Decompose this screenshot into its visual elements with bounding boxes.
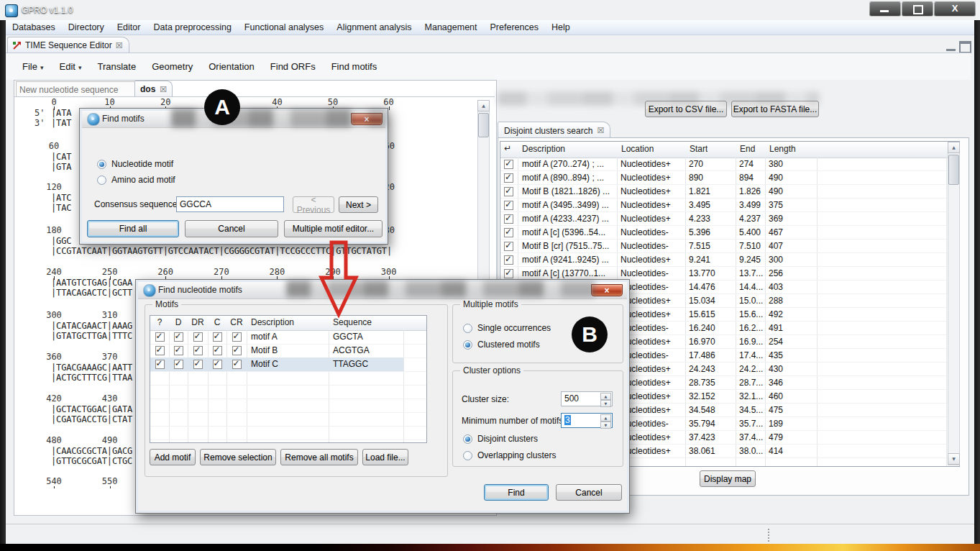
tool-item-find-motifs[interactable]: Find motifs bbox=[325, 59, 384, 74]
result-checkbox[interactable] bbox=[504, 187, 513, 196]
motif-checkbox[interactable] bbox=[213, 360, 222, 369]
results-scrollbar[interactable] bbox=[948, 142, 960, 465]
result-checkbox[interactable] bbox=[504, 160, 513, 169]
result-checkbox[interactable] bbox=[504, 214, 513, 224]
editor-scroll-thumb[interactable] bbox=[478, 113, 489, 137]
cluster-size-spinner[interactable]: 500 ▲▼ bbox=[561, 391, 613, 406]
motif-checkbox[interactable] bbox=[232, 360, 242, 369]
results-table-row[interactable]: Motif B [cr] (7515..75...Nucleotides-7.5… bbox=[500, 240, 959, 253]
sequence-name-input[interactable] bbox=[16, 81, 139, 98]
minimum-motifs-spinner[interactable]: 3 ▲▼ bbox=[561, 413, 613, 428]
spin-down-icon[interactable]: ▼ bbox=[600, 422, 611, 429]
motif-table-row[interactable]: Motif BACGTGA bbox=[150, 344, 427, 358]
results-table-row[interactable]: motif A (4233..4237) ...Nucleotides+4.23… bbox=[500, 212, 959, 226]
motif-checkbox[interactable] bbox=[193, 360, 203, 369]
disjoint-clusters-radio[interactable] bbox=[463, 434, 472, 444]
motif-checkbox[interactable] bbox=[193, 332, 203, 342]
menu-item-editor[interactable]: Editor bbox=[111, 21, 147, 34]
results-table-row[interactable]: motif A (890..894) ; ...Nucleotides+8908… bbox=[500, 171, 959, 185]
menu-item-functional-analyses[interactable]: Functional analyses bbox=[238, 21, 330, 34]
grip-dot[interactable] bbox=[768, 537, 769, 539]
find-nucleotide-motifs-close-button[interactable]: × bbox=[591, 284, 623, 296]
motif-table-row[interactable]: motif AGGCTA bbox=[150, 330, 427, 344]
dos-tab-close-icon[interactable]: ☒ bbox=[160, 85, 167, 94]
consensus-sequence-input[interactable] bbox=[176, 196, 284, 212]
view-minimize-icon[interactable] bbox=[946, 41, 956, 51]
motif-checkbox[interactable] bbox=[155, 332, 165, 342]
results-scroll-thumb[interactable] bbox=[948, 155, 959, 185]
remove-selection-button[interactable]: Remove selection bbox=[200, 449, 276, 465]
tool-item-orientation[interactable]: Orientation bbox=[202, 59, 261, 74]
result-checkbox[interactable] bbox=[504, 228, 513, 237]
editor-scroll-up-icon[interactable]: ▲ bbox=[477, 100, 490, 111]
tool-item-find-orfs[interactable]: Find ORFs bbox=[264, 59, 322, 74]
results-scroll-up-icon[interactable]: ▲ bbox=[948, 142, 960, 153]
motif-checkbox[interactable] bbox=[174, 360, 183, 369]
grip-dot[interactable] bbox=[768, 532, 769, 533]
overlapping-clusters-radio[interactable] bbox=[463, 451, 472, 460]
motif-checkbox[interactable] bbox=[174, 332, 183, 342]
results-scroll-down-icon[interactable]: ▼ bbox=[948, 453, 960, 465]
grip-dot[interactable] bbox=[768, 534, 769, 536]
menu-item-alignment-analysis[interactable]: Alignment analysis bbox=[330, 21, 418, 34]
spin-up-icon[interactable]: ▲ bbox=[600, 414, 611, 422]
motif-table-row[interactable]: Motif CTTAGGC bbox=[150, 358, 427, 371]
motif-checkbox[interactable] bbox=[174, 346, 183, 355]
results-table-row[interactable]: motif A (270..274) ; ...Nucleotides+2702… bbox=[500, 158, 959, 171]
result-checkbox[interactable] bbox=[504, 255, 513, 265]
cancel-button[interactable]: Cancel bbox=[556, 484, 622, 501]
motif-checkbox[interactable] bbox=[193, 346, 203, 355]
result-checkbox[interactable] bbox=[504, 201, 513, 210]
grip-dot[interactable] bbox=[768, 540, 769, 542]
result-checkbox[interactable] bbox=[504, 269, 513, 278]
tab-dos[interactable]: dos ☒ bbox=[134, 81, 173, 98]
tab-disjoint-clusters-search[interactable]: Disjoint clusters search ☒ bbox=[498, 122, 610, 139]
maximize-button[interactable] bbox=[902, 1, 933, 17]
menu-item-management[interactable]: Management bbox=[418, 21, 484, 34]
menu-item-help[interactable]: Help bbox=[545, 21, 577, 34]
tool-item-file[interactable]: File▾ bbox=[16, 59, 50, 74]
find-all-button[interactable]: Find all bbox=[87, 220, 179, 237]
motif-checkbox[interactable] bbox=[232, 332, 242, 342]
next-button[interactable]: Next > bbox=[339, 196, 378, 213]
tool-item-geometry[interactable]: Geometry bbox=[145, 59, 199, 74]
grip-dot[interactable] bbox=[768, 529, 769, 530]
load-file-button[interactable]: Load file... bbox=[362, 449, 408, 465]
display-map-button[interactable]: Display map bbox=[700, 470, 756, 487]
remove-all-motifs-button[interactable]: Remove all motifs bbox=[280, 449, 358, 465]
add-motif-button[interactable]: Add motif bbox=[150, 449, 196, 465]
multiple-motif-editor-button[interactable]: Multiple motif editor... bbox=[284, 220, 383, 237]
motif-checkbox[interactable] bbox=[213, 346, 222, 355]
result-checkbox[interactable] bbox=[504, 242, 513, 251]
tool-item-edit[interactable]: Edit▾ bbox=[52, 59, 88, 74]
tab-close-icon[interactable]: ☒ bbox=[116, 41, 123, 50]
menu-item-preferences[interactable]: Preferences bbox=[484, 21, 545, 34]
find-button[interactable]: Find bbox=[484, 484, 549, 501]
tool-item-translate[interactable]: Translate bbox=[91, 59, 142, 74]
menu-item-directory[interactable]: Directory bbox=[62, 21, 111, 34]
results-table-row[interactable]: motif A [c] (5396..54...Nucleotides-5.39… bbox=[500, 226, 959, 240]
results-table-row[interactable]: motif A (9241..9245) ...Nucleotides+9.24… bbox=[500, 253, 959, 267]
view-maximize-icon[interactable] bbox=[959, 41, 971, 53]
motif-checkbox[interactable] bbox=[213, 332, 222, 342]
nucleotide-motif-radio[interactable] bbox=[97, 160, 106, 169]
results-table-row[interactable]: Motif B (1821..1826) ...Nucleotides+1.82… bbox=[500, 185, 959, 199]
cancel-button[interactable]: Cancel bbox=[185, 220, 278, 237]
menu-item-databases[interactable]: Databases bbox=[6, 21, 62, 34]
motif-checkbox[interactable] bbox=[155, 360, 165, 369]
amino-acid-motif-radio[interactable] bbox=[97, 176, 106, 185]
spin-up-icon[interactable]: ▲ bbox=[600, 393, 611, 400]
clustered-motifs-radio[interactable] bbox=[463, 340, 472, 350]
spin-down-icon[interactable]: ▼ bbox=[600, 400, 611, 407]
tab-time-sequence-editor[interactable]: TIME Sequence Editor ☒ bbox=[7, 37, 129, 53]
close-button[interactable]: X bbox=[934, 1, 976, 17]
result-checkbox[interactable] bbox=[504, 173, 513, 183]
motif-checkbox[interactable] bbox=[155, 346, 165, 355]
minimize-button[interactable] bbox=[869, 1, 901, 17]
single-occurrences-radio[interactable] bbox=[463, 324, 472, 333]
menu-item-data-preprocessing[interactable]: Data preprocessing bbox=[147, 21, 237, 34]
motif-checkbox[interactable] bbox=[232, 346, 242, 355]
previous-button[interactable]: < Previous bbox=[293, 196, 334, 213]
results-tab-close-icon[interactable]: ☒ bbox=[597, 126, 604, 135]
results-table-row[interactable]: motif A (3495..3499) ...Nucleotides+3.49… bbox=[500, 199, 959, 212]
